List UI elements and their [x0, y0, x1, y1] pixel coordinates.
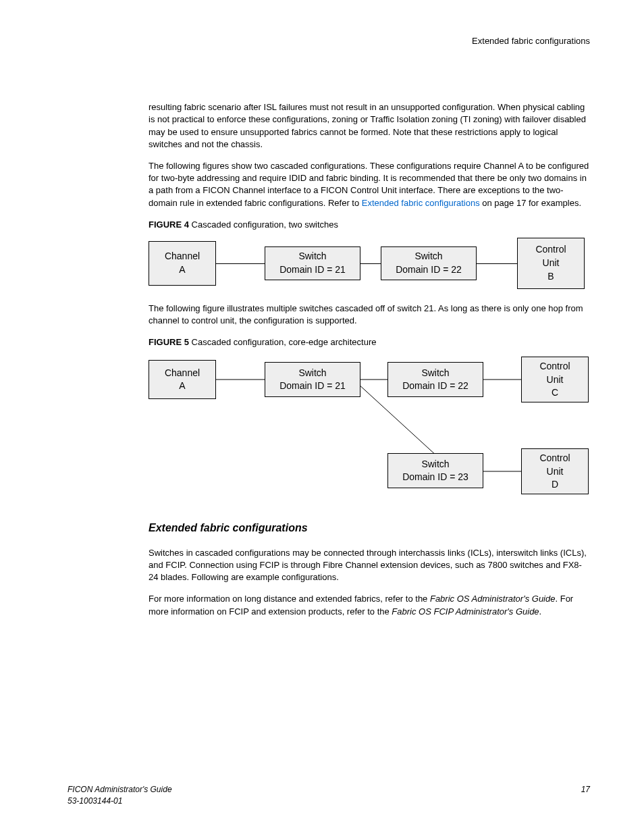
node-text: Domain ID = 21	[267, 263, 358, 277]
figure-caption-text: Cascaded configuration, core-edge archit…	[189, 337, 377, 347]
referenced-document: Fabric OS FCIP Administrator's Guide	[392, 606, 539, 617]
figure-4-diagram: Channel A Switch Domain ID = 21 Switch D…	[149, 238, 594, 290]
node-text: Channel	[151, 250, 214, 263]
node-text: A	[151, 380, 214, 393]
node-text: C	[523, 386, 587, 400]
page-header-right: Extended fabric configurations	[68, 35, 590, 47]
paragraph: The following figure illustrates multipl…	[149, 303, 590, 327]
node-channel-a: Channel A	[149, 241, 216, 286]
node-channel-a: Channel A	[149, 360, 216, 399]
node-text: Domain ID = 22	[383, 263, 475, 277]
node-text: Domain ID = 21	[267, 380, 358, 393]
node-text: A	[151, 263, 214, 277]
node-switch-22: Switch Domain ID = 22	[387, 362, 483, 397]
node-control-unit-d: Control Unit D	[521, 448, 589, 494]
node-text: B	[519, 270, 583, 284]
node-text: Domain ID = 23	[390, 471, 481, 484]
node-text: Unit	[523, 465, 587, 479]
paragraph: For more information on long distance an…	[149, 593, 590, 617]
page-footer: FICON Administrator's Guide 17 53-100314…	[68, 784, 590, 807]
paragraph: The following figures show two cascaded …	[149, 160, 590, 209]
node-text: Switch	[267, 367, 358, 380]
figure-5-diagram: Channel A Switch Domain ID = 21 Switch D…	[149, 355, 594, 500]
node-switch-22: Switch Domain ID = 22	[381, 246, 477, 280]
section-heading: Extended fabric configurations	[149, 521, 590, 536]
node-text: Switch	[267, 250, 358, 263]
node-text: Control	[523, 360, 587, 373]
node-text: Control	[523, 452, 587, 465]
connector-line	[189, 263, 567, 264]
node-text: D	[523, 478, 587, 492]
figure-label: FIGURE 4	[149, 219, 189, 230]
node-control-unit-b: Control Unit B	[517, 238, 585, 289]
node-switch-21: Switch Domain ID = 21	[265, 362, 360, 397]
node-switch-23: Switch Domain ID = 23	[387, 453, 483, 488]
node-text: Unit	[519, 257, 583, 270]
node-text: Switch	[383, 250, 475, 263]
footer-doc-title: FICON Administrator's Guide	[68, 784, 172, 796]
node-text: Switch	[390, 367, 481, 380]
footer-doc-number: 53-1003144-01	[68, 796, 590, 807]
node-text: Unit	[523, 373, 587, 387]
node-switch-21: Switch Domain ID = 21	[265, 246, 360, 280]
footer-page-number: 17	[581, 784, 590, 796]
figure-5-caption: FIGURE 5 Cascaded configuration, core-ed…	[149, 336, 590, 348]
node-control-unit-c: Control Unit C	[521, 357, 589, 402]
text: on page 17 for examples.	[480, 198, 581, 208]
node-text: Control	[519, 243, 583, 257]
paragraph: Switches in cascaded configurations may …	[149, 547, 590, 584]
node-text: Domain ID = 22	[390, 380, 481, 393]
link-extended-fabric-configurations[interactable]: Extended fabric configurations	[362, 198, 480, 208]
referenced-document: Fabric OS Administrator's Guide	[430, 594, 556, 604]
figure-label: FIGURE 5	[149, 337, 189, 347]
text: For more information on long distance an…	[149, 594, 430, 604]
node-text: Switch	[390, 458, 481, 471]
paragraph: resulting fabric scenario after ISL fail…	[149, 101, 590, 151]
figure-caption-text: Cascaded configuration, two switches	[189, 219, 338, 230]
node-text: Channel	[151, 367, 214, 380]
figure-4-caption: FIGURE 4 Cascaded configuration, two swi…	[149, 219, 590, 231]
text: .	[539, 606, 542, 617]
